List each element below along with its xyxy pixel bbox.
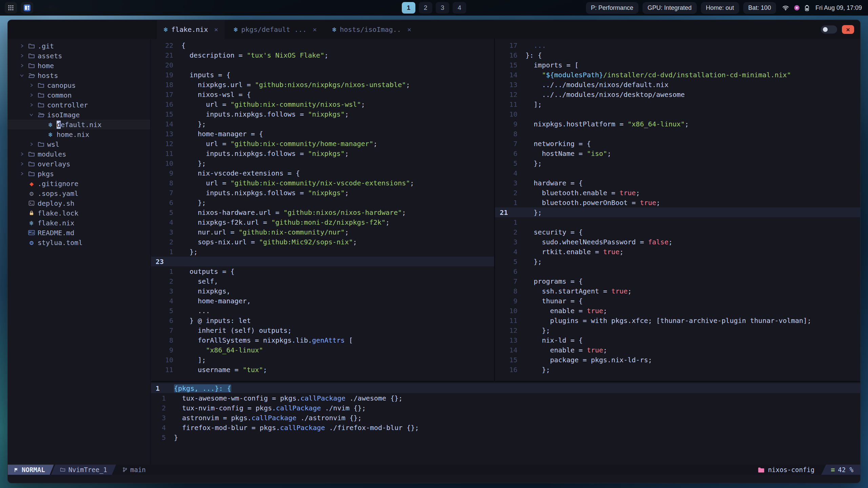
code-line[interactable]: 4 rtkit.enable = true; xyxy=(495,247,860,257)
tree-dir-.git[interactable]: .git xyxy=(8,41,150,51)
app-launcher-button[interactable] xyxy=(5,2,17,14)
code-line[interactable]: 13 home-manager = { xyxy=(151,129,494,139)
code-line[interactable]: 1 }; xyxy=(151,247,494,257)
tree-file-default.nix[interactable]: ❄default.nix xyxy=(8,120,150,129)
tree-dir-common[interactable]: common xyxy=(8,90,150,100)
code-line[interactable]: 14 }; xyxy=(151,119,494,129)
code-line[interactable]: 21 description = "tux's NixOS Flake"; xyxy=(151,50,494,60)
code-line[interactable]: 10 enable = true; xyxy=(495,306,860,316)
workspace-button-3[interactable]: 3 xyxy=(436,2,449,14)
code-line[interactable]: 2 tux-nvim-config = pkgs.callPackage ./n… xyxy=(151,403,860,413)
tree-file-flake.lock[interactable]: flake.lock xyxy=(8,208,150,218)
code-line[interactable]: 18 nixpkgs.url = "github:nixos/nixpkgs/n… xyxy=(151,80,494,89)
code-line[interactable]: 11 plugins = with pkgs.xfce; [thunar-arc… xyxy=(495,316,860,325)
tree-dir-home[interactable]: home xyxy=(8,61,150,70)
tree-dir-assets[interactable]: assets xyxy=(8,51,150,61)
tree-dir-hosts[interactable]: hosts xyxy=(8,70,150,80)
code-line[interactable]: 19 inputs = { xyxy=(151,70,494,80)
code-line[interactable]: 10 }; xyxy=(151,158,494,168)
tree-dir-canopus[interactable]: canopus xyxy=(8,80,150,90)
pane-iso-image[interactable]: 17 ...16}: {15 imports = [14 "${modulesP… xyxy=(495,39,860,381)
code-line[interactable]: 8 ssh.startAgent = true; xyxy=(495,286,860,296)
code-line[interactable]: 4 nixpkgs-f2k.url = "github:moni-dz/nixp… xyxy=(151,217,494,227)
code-line[interactable]: 5 nixos-hardware.url = "github:nixos/nix… xyxy=(151,207,494,217)
pane-pkgs-default[interactable]: 1{pkgs, ...}: {1 tux-awesome-wm-config =… xyxy=(151,382,860,465)
code-line[interactable]: 20 xyxy=(151,60,494,70)
tab-close-icon[interactable]: × xyxy=(313,25,317,34)
wifi-icon[interactable] xyxy=(782,5,789,11)
workspace-button-4[interactable]: 4 xyxy=(453,2,466,14)
tree-dir-isoimage[interactable]: isoImage xyxy=(8,110,150,120)
code-line[interactable]: 16}: { xyxy=(495,50,860,60)
code-line[interactable]: 3 sudo.wheelNeedsPassword = false; xyxy=(495,237,860,247)
tab-close-icon[interactable]: × xyxy=(214,25,218,34)
tab-close-icon[interactable]: × xyxy=(407,25,411,34)
code-line[interactable]: 3 hardware = { xyxy=(495,178,860,188)
tree-dir-overlays[interactable]: overlays xyxy=(8,159,150,169)
code-line[interactable]: 5 }; xyxy=(495,257,860,266)
code-line[interactable]: 1 xyxy=(495,217,860,227)
code-line[interactable]: 5} xyxy=(151,432,860,442)
tree-dir-wsl[interactable]: wsl xyxy=(8,139,150,149)
code-line[interactable]: 12 }; xyxy=(495,325,860,335)
tree-file-home.nix[interactable]: ❄home.nix xyxy=(8,129,150,139)
code-line[interactable]: 15 package = pkgs.nix-ld-rs; xyxy=(495,355,860,365)
code-line[interactable]: 2 self, xyxy=(151,276,494,286)
code-line[interactable]: 11 username = "tux"; xyxy=(151,365,494,374)
code-line[interactable]: 12 ../../modules/nixos/desktop/awesome xyxy=(495,89,860,99)
accent-indicator-icon[interactable] xyxy=(794,5,800,11)
window-toggle-button[interactable] xyxy=(821,25,837,34)
tree-dir-pkgs[interactable]: pkgs xyxy=(8,169,150,179)
code-line[interactable]: 15 inputs.nixpkgs.follows = "nixpkgs"; xyxy=(151,109,494,119)
tree-file-readme.md[interactable]: README.md xyxy=(8,228,150,238)
code-line[interactable]: 11 ]; xyxy=(495,99,860,109)
workspace-button-1[interactable]: 1 xyxy=(402,2,415,14)
code-line[interactable]: 10 xyxy=(495,109,860,119)
code-line[interactable]: 9 thunar = { xyxy=(495,296,860,306)
code-line[interactable]: 6 }; xyxy=(151,198,494,207)
code-line[interactable]: 23 xyxy=(151,257,494,266)
code-line[interactable]: 12 url = "github:nix-community/home-mana… xyxy=(151,139,494,148)
window-close-button[interactable]: × xyxy=(842,25,854,34)
tree-dir-modules[interactable]: modules xyxy=(8,149,150,159)
code-line[interactable]: 9 nixpkgs.hostPlatform = "x86_64-linux"; xyxy=(495,119,860,129)
pane-flake-nix[interactable]: 22{21 description = "tux's NixOS Flake";… xyxy=(151,39,494,381)
code-line[interactable]: 4 firefox-mod-blur = pkgs.callPackage ./… xyxy=(151,423,860,432)
tree-file-.sops.yaml[interactable]: ⚙.sops.yaml xyxy=(8,188,150,198)
code-line[interactable]: 3 nur.url = "github:nix-community/nur"; xyxy=(151,227,494,237)
code-line[interactable]: 6 xyxy=(495,266,860,276)
code-line[interactable]: 11 inputs.nixpkgs.follows = "nixpkgs"; xyxy=(151,148,494,158)
code-line[interactable]: 9 "x86_64-linux" xyxy=(151,345,494,355)
code-line[interactable]: 13 nix-ld = { xyxy=(495,335,860,345)
code-line[interactable]: 7 inputs.nixpkgs.follows = "nixpkgs"; xyxy=(151,188,494,198)
code-line[interactable]: 1 bluetooth.powerOnBoot = true; xyxy=(495,198,860,207)
code-line[interactable]: 8 forAllSystems = nixpkgs.lib.genAttrs [ xyxy=(151,335,494,345)
tab-flake-nix[interactable]: ❄flake.nix× xyxy=(157,20,225,39)
code-line[interactable]: 15 imports = [ xyxy=(495,60,860,70)
tree-file-deploy.sh[interactable]: deploy.sh xyxy=(8,198,150,208)
code-line[interactable]: 5 }; xyxy=(495,158,860,168)
code-line[interactable]: 17 ... xyxy=(495,40,860,50)
code-line[interactable]: 17 nixos-wsl = { xyxy=(151,89,494,99)
code-line[interactable]: 16 }; xyxy=(495,365,860,374)
code-line[interactable]: 3 astronvim = pkgs.callPackage ./astronv… xyxy=(151,413,860,423)
code-line[interactable]: 7 programs = { xyxy=(495,276,860,286)
code-line[interactable]: 8 url = "github:nix-community/nix-vscode… xyxy=(151,178,494,188)
code-line[interactable]: 14 "${modulesPath}/installer/cd-dvd/inst… xyxy=(495,70,860,80)
code-line[interactable]: 14 enable = true; xyxy=(495,345,860,355)
tree-file-.gitignore[interactable]: ◆.gitignore xyxy=(8,179,150,188)
code-line[interactable]: 21 }; xyxy=(495,207,860,217)
code-line[interactable]: 5 ... xyxy=(151,306,494,316)
tab-hosts-isoimag-[interactable]: ❄hosts/isoImag..× xyxy=(326,20,418,39)
code-line[interactable]: 6 hostName = "iso"; xyxy=(495,148,860,158)
code-line[interactable]: 16 url = "github:nix-community/nixos-wsl… xyxy=(151,99,494,109)
code-line[interactable]: 1 tux-awesome-wm-config = pkgs.callPacka… xyxy=(151,393,860,403)
code-line[interactable]: 13 ../../modules/nixos/default.nix xyxy=(495,80,860,89)
code-line[interactable]: 7 networking = { xyxy=(495,139,860,148)
tree-dir-controller[interactable]: controller xyxy=(8,100,150,110)
layout-indicator-button[interactable] xyxy=(21,2,33,14)
code-line[interactable]: 8 xyxy=(495,129,860,139)
tree-file-flake.nix[interactable]: ❄flake.nix xyxy=(8,218,150,228)
code-line[interactable]: 6 } @ inputs: let xyxy=(151,316,494,325)
code-line[interactable]: 4 home-manager, xyxy=(151,296,494,306)
